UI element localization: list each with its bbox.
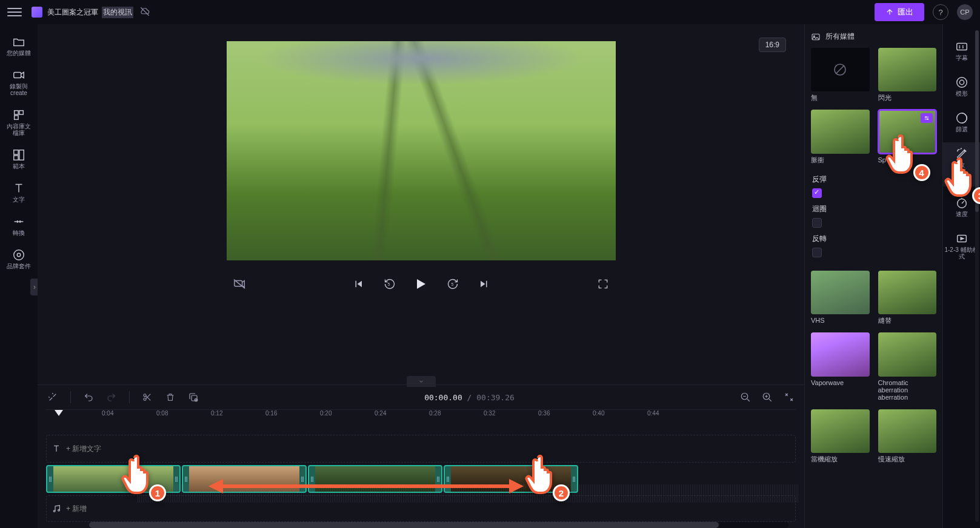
rr-effects[interactable]: 效 Adj colors 3 [943,142,980,186]
text-track-label: + 新增文字 [66,444,101,454]
svg-rect-5 [14,150,18,154]
music-icon [52,504,61,513]
zoom-in-icon[interactable] [761,391,774,404]
forward-icon[interactable]: 5 [446,277,459,291]
delete-icon[interactable] [164,391,177,404]
svg-rect-2 [15,111,18,114]
svg-point-8 [17,253,21,257]
effects-icon [955,147,968,160]
svg-point-33 [959,80,964,84]
video-preview[interactable] [227,41,616,260]
brandkit-icon [12,248,25,262]
ruler-tick: 0:20 [320,410,332,417]
fx-none[interactable]: 無 [811,48,870,101]
undo-icon[interactable] [82,391,95,404]
fx-settings-icon[interactable] [921,113,933,123]
annotation-arrow [208,477,524,495]
svg-point-35 [957,199,966,208]
timeline-ruler[interactable]: 0:040:080:120:160:200:240:280:320:360:40… [46,409,796,423]
text-track[interactable]: + 新增文字 [46,435,796,463]
library-icon [12,108,25,122]
svg-rect-3 [19,111,23,114]
skip-start-icon[interactable] [352,277,365,291]
ruler-tick: 0:44 [647,410,659,417]
timeline-scrollbar[interactable] [89,522,788,528]
collapse-preview-icon[interactable] [407,376,436,387]
rail-transitions[interactable]: 轉換 [0,210,38,241]
ruler-tick: 0:04 [102,410,113,417]
fx-flash[interactable]: 閃光 [878,48,937,101]
svg-point-29 [925,117,927,118]
help-icon[interactable]: ? [933,4,948,20]
svg-rect-4 [15,116,18,119]
ruler-tick: 0:32 [484,410,495,417]
ruler-tick: 0:36 [538,410,550,417]
zoom-out-icon[interactable] [739,391,752,404]
svg-point-9 [14,250,24,260]
aspect-ratio-selector[interactable]: 16:9 [759,38,786,52]
fx-vhs[interactable]: VHS [811,271,870,324]
ruler-tick: 0:40 [593,410,604,417]
rewind-icon[interactable]: 5 [383,277,396,291]
rr-audio[interactable]: 模形 [943,71,980,102]
svg-rect-31 [956,44,967,50]
fx-chromatic-aberration[interactable]: Chromatic aberration aberration [878,332,937,400]
fx-zoom-crash[interactable]: 當機縮放 [811,409,870,463]
checkbox-loop[interactable] [812,218,822,228]
audio-track-label: + 新增 [66,504,87,514]
playhead-icon[interactable] [55,410,63,416]
avatar[interactable]: CP [957,4,973,20]
text-icon [52,444,61,454]
redo-icon[interactable] [105,391,118,404]
filters-icon [955,111,968,125]
play-button[interactable] [415,277,428,291]
opt-bounce[interactable]: 反彈 [812,174,936,198]
fullscreen-icon[interactable] [596,277,610,291]
rr-filters[interactable]: 篩選 [943,107,980,137]
fx-zoom-slow[interactable]: 慢速縮放 [878,409,937,463]
rr-captions[interactable]: 字幕 [943,35,980,66]
opt-loop[interactable]: 迴圈 [812,204,936,228]
rail-record-create[interactable]: 錄製與 create [0,64,38,101]
right-scrollbar[interactable] [975,30,979,522]
opt-reverse[interactable]: 反轉 [812,234,936,257]
fx-header: 所有媒體 [811,31,936,42]
ruler-tick: 0:12 [211,410,222,417]
rail-your-media[interactable]: 您的媒體 [0,30,38,61]
svg-text:5: 5 [451,282,453,286]
export-button[interactable]: 匯出 [875,3,924,21]
fx-glitch[interactable]: 縫替 [878,271,937,324]
title-part-1: 美工圖案之冠軍 [47,7,98,18]
fx-pulse[interactable]: 脈衝 [811,110,870,163]
menu-icon[interactable] [7,5,22,19]
rail-text[interactable]: 文字 [0,177,38,208]
rr-speed[interactable]: 速度 [943,191,980,222]
title-part-2: 我的視訊 [102,7,133,18]
fx-vaporwave[interactable]: Vaporwave [811,332,870,400]
rail-content-library[interactable]: 內容庫文 檔庫 [0,104,38,141]
ruler-tick: 0:24 [375,410,386,417]
speed-icon [955,196,968,210]
media-icon [811,32,821,42]
transitions-icon [12,215,25,228]
rail-brand-kit[interactable]: 品牌套件 [0,243,38,274]
svg-text:5: 5 [387,282,390,286]
rail-templates[interactable]: 範本 [0,144,38,174]
camera-icon [12,68,25,82]
fx-spin[interactable]: Sp 4 [878,110,937,163]
checkbox-reverse[interactable] [812,248,822,257]
magic-icon[interactable] [46,391,59,404]
text-icon [12,182,25,195]
zoom-fit-icon[interactable] [782,391,796,404]
rr-accessibility[interactable]: 1-2-3 輔助模式 [943,227,980,265]
hide-effect-icon[interactable] [233,277,246,291]
checkbox-bounce[interactable] [812,188,822,198]
ruler-tick: 0:28 [429,410,441,417]
skip-end-icon[interactable] [478,277,491,291]
cloud-off-icon[interactable] [139,6,150,19]
project-title[interactable]: 美工圖案之冠軍 我的視訊 [47,7,133,18]
captions-icon [955,40,968,53]
split-icon[interactable] [141,391,154,404]
duplicate-icon[interactable] [187,391,200,404]
fx-options: 反彈 迴圈 反轉 [811,172,936,262]
